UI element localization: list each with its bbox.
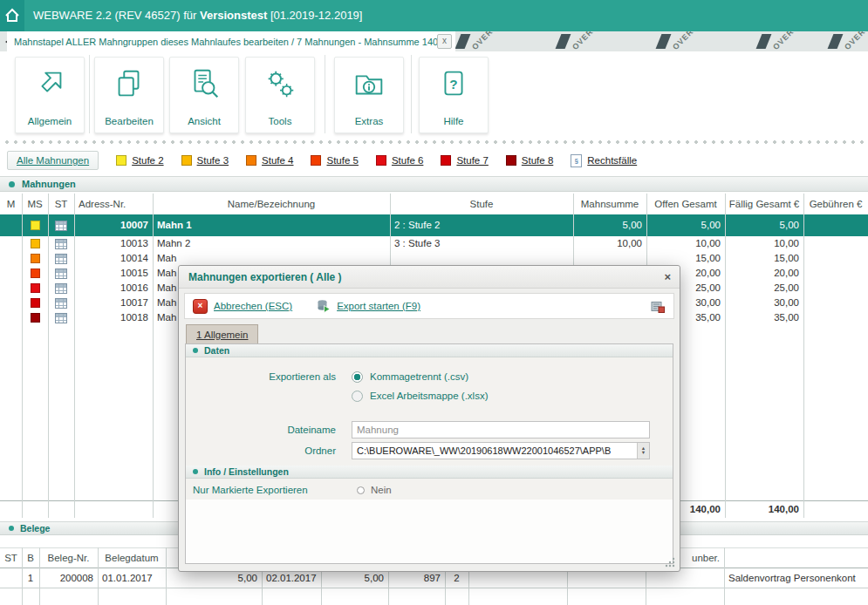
folder-info-icon: [351, 65, 387, 102]
gridline: [166, 547, 167, 605]
cancel-button[interactable]: × Abbrechen (ESC): [193, 299, 292, 314]
stufe-color-swatch: [116, 155, 126, 166]
menu-label: Allgemein: [28, 116, 72, 126]
tab-stufe-2[interactable]: Stufe 2: [116, 155, 163, 166]
cell-stufe: 2 : Stufe 2: [390, 214, 573, 236]
stufe-color-swatch: [181, 155, 192, 166]
col-header-ms[interactable]: MS: [22, 194, 48, 214]
watermark-text: OVERS: [843, 31, 868, 51]
gridline: [48, 194, 49, 518]
tab-stufe-5[interactable]: Stufe 5: [311, 155, 358, 166]
toolbar-separator: [411, 55, 412, 133]
col-header-b[interactable]: B: [22, 548, 39, 568]
home-button[interactable]: [0, 0, 24, 31]
toolbar-separator: [325, 55, 325, 133]
grid-icon: [55, 283, 67, 294]
table-row-selected[interactable]: 10007 Mahn 1 2 : Stufe 2 5,00 5,00 5,00: [0, 214, 868, 236]
cell-adress: 10017: [74, 296, 153, 310]
dialog-close-icon[interactable]: ×: [664, 270, 680, 283]
cell-adress: 10013: [74, 236, 153, 251]
section-title: Mahnungen: [22, 179, 76, 189]
resize-grip[interactable]: [665, 557, 675, 568]
cell-mahnsumme: 10,00: [573, 236, 646, 251]
gridline: [22, 194, 23, 518]
menu-bearbeiten-button[interactable]: Bearbeiten: [94, 57, 164, 133]
radio-small-icon[interactable]: [357, 486, 365, 494]
tab-stufe-4[interactable]: Stufe 4: [246, 155, 293, 166]
menu-tools-button[interactable]: Tools: [245, 57, 315, 133]
radio-xlsx[interactable]: Excel Arbeitsmappe (.xlsx): [352, 388, 489, 404]
col-header-st[interactable]: ST: [48, 194, 74, 214]
dialog-title-bar[interactable]: Mahnungen exportieren ( Alle ) ×: [179, 266, 680, 289]
dialog-toolbar: × Abbrechen (ESC) Export starten (F9): [184, 293, 674, 319]
col-header-mahnsumme[interactable]: Mahnsumme: [573, 194, 646, 214]
menu-label: Bearbeiten: [105, 116, 154, 126]
arrow-up-right-icon: [31, 65, 68, 102]
col-header-belegdatum[interactable]: Belegdatum: [98, 548, 166, 568]
section-bullet-icon: [9, 181, 15, 187]
top-bar: WEBWARE 2.2 (REV 46527) für Versionstest…: [0, 0, 868, 31]
gears-icon: [262, 65, 298, 102]
cell-name: Mahn 1: [153, 214, 390, 236]
cell-offen: 15,00: [646, 251, 725, 266]
document-tab[interactable]: Mahnstapel ALLER Mahngruppen dieses Mahn…: [7, 31, 455, 51]
table-row[interactable]: 10013 Mahn 2 3 : Stufe 3 10,00 10,00 10,…: [0, 236, 868, 251]
tab-allgemein[interactable]: 1 Allgemein: [186, 324, 258, 343]
radio-csv[interactable]: Kommagetrennt (.csv): [352, 369, 468, 384]
cell-beleg-nr: 200008: [39, 568, 98, 588]
options-icon[interactable]: [651, 300, 665, 314]
tab-stufe-7[interactable]: Stufe 7: [441, 155, 488, 166]
radio-unselected-icon[interactable]: [352, 391, 363, 402]
dateiname-input[interactable]: [352, 421, 650, 438]
question-icon: ?: [435, 65, 472, 102]
menu-hilfe-button[interactable]: ? Hilfe: [419, 57, 489, 133]
table-row[interactable]: 10014 Mah 15,00 15,00: [0, 251, 868, 266]
ribbon-toolbar: Allgemein Bearbeiten Ansicht: [0, 51, 868, 138]
cell-faellig: 10,00: [725, 236, 803, 251]
stufe-color-swatch: [31, 239, 40, 248]
col-header-offen[interactable]: Offen Gesamt: [646, 194, 725, 214]
spinner-icon[interactable]: ▲▼: [637, 443, 649, 459]
dialog-form-area: Daten Exportieren als Kommagetrennt (.cs…: [186, 344, 673, 500]
cell-text: Saldenvortrag Personenkont: [724, 568, 868, 588]
col-header-st[interactable]: ST: [0, 548, 22, 568]
tab-stufe-6[interactable]: Stufe 6: [376, 155, 423, 166]
menu-label: Ansicht: [188, 116, 221, 126]
mahnungen-section-bar: Mahnungen: [0, 176, 868, 192]
gridline: [153, 194, 154, 518]
col-header-gebuehren[interactable]: Gebühren €: [803, 194, 868, 214]
radio-selected-icon[interactable]: [352, 371, 363, 383]
menu-ansicht-button[interactable]: Ansicht: [169, 57, 239, 133]
filter-tab-bar: Alle Mahnungen Stufe 2 Stufe 3 Stufe 4 S…: [0, 146, 868, 174]
watermark-text: OVERS: [571, 31, 599, 51]
ordner-input[interactable]: [352, 442, 650, 459]
export-start-button[interactable]: Export starten (F9): [317, 299, 420, 313]
paragraph-doc-icon: §: [571, 154, 582, 167]
menu-extras-button[interactable]: Extras: [334, 57, 404, 133]
col-header-m[interactable]: M: [0, 194, 22, 214]
dialog-panel: Daten Exportieren als Kommagetrennt (.cs…: [185, 343, 673, 564]
stufe-color-swatch: [441, 155, 451, 166]
tab-close-icon[interactable]: x: [437, 34, 452, 49]
cell-offen: 10,00: [646, 236, 725, 251]
tab-alle-mahnungen[interactable]: Alle Mahnungen: [7, 151, 99, 170]
toolbar-separator: [89, 55, 90, 133]
ordner-label: Ordner: [186, 442, 336, 459]
menu-allgemein-button[interactable]: Allgemein: [15, 57, 85, 133]
tab-rechtsfaelle[interactable]: §Rechtsfälle: [571, 154, 637, 167]
col-header-faellig[interactable]: Fällig Gesamt €: [725, 194, 803, 214]
dialog-title: Mahnungen exportieren ( Alle ): [179, 271, 664, 283]
col-header-adress[interactable]: Adress-Nr.: [74, 194, 153, 214]
cell-faellig: 35,00: [725, 310, 803, 325]
col-header-beleg-nr[interactable]: Beleg-Nr.: [39, 548, 98, 568]
ordner-field-wrap: ▲▼: [352, 442, 650, 459]
grid-icon: [55, 298, 67, 309]
tab-stufe-3[interactable]: Stufe 3: [181, 155, 229, 166]
col-header-name[interactable]: Name/Bezeichnung: [153, 194, 390, 214]
app-window: WEBWARE 2.2 (REV 46527) für Versionstest…: [0, 0, 868, 605]
menu-label: Hilfe: [443, 116, 463, 126]
dotted-separator: [0, 138, 868, 146]
col-header-stufe[interactable]: Stufe: [390, 194, 573, 214]
nur-markierte-value[interactable]: Nein: [357, 482, 392, 498]
tab-stufe-8[interactable]: Stufe 8: [506, 155, 553, 166]
